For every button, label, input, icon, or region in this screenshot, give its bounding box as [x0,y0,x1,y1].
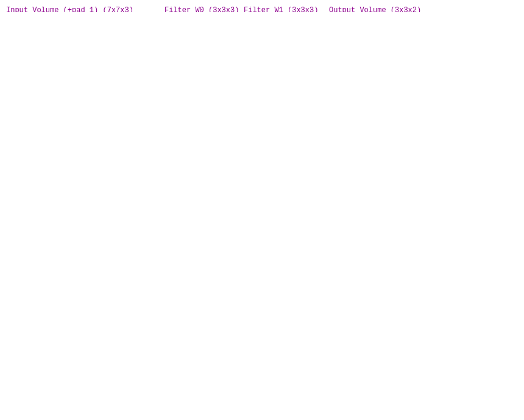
output-header: Output Volume (3x3x2) [329,6,421,12]
w1-header: Filter W1 (3x3x3) [244,6,318,12]
input-column: Input Volume (+pad 1) (7x7x3) x[:,:,0]00… [6,6,133,12]
w0-header: Filter W0 (3x3x3) [165,6,239,12]
input-header: Input Volume (+pad 1) (7x7x3) [6,6,133,12]
filter-w1-column: Filter W1 (3x3x3) w1[:,:,0]-1-10-110-110… [244,6,318,12]
filter-w0-column: Filter W0 (3x3x3) w0[:,:,0]11-1-101-1-10… [165,6,239,12]
output-column: Output Volume (3x3x2) o[:,:,0]10-3-6114-… [329,6,421,12]
